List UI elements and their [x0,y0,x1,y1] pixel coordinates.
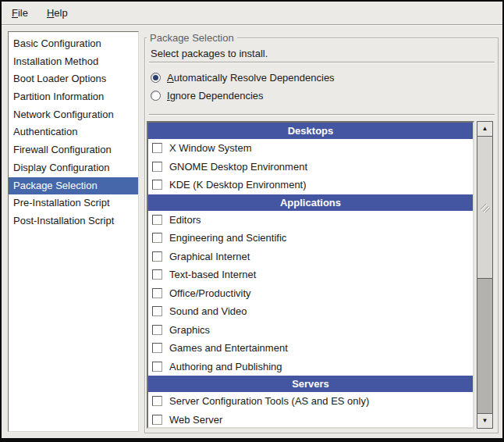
checkbox-graphics[interactable] [152,325,162,335]
package-label: Server Configuration Tools (AS and ES on… [169,395,369,407]
sidebar-item-package-selection[interactable]: Package Selection [9,177,138,195]
frame-title: Package Selection [147,32,237,44]
radio-ignore-label: Ignore Dependencies [167,90,264,102]
menu-bar: File Help [2,2,502,23]
radio-selected-icon[interactable] [151,73,161,83]
sidebar-item-authentication[interactable]: Authentication [9,123,138,141]
radio-ignore-dependencies[interactable]: Ignore Dependencies [151,89,264,102]
scroll-up-button[interactable]: ▲ [477,121,493,137]
package-row[interactable]: Authoring and Publishing [148,358,473,376]
separator [149,62,495,63]
menu-help[interactable]: Help [44,5,71,20]
radio-auto-resolve-dependencies[interactable]: Automatically Resolve Dependencies [151,71,335,84]
sidebar-item-network-configuration[interactable]: Network Configuration [9,106,138,124]
checkbox-authoring-and-publishing[interactable] [152,362,162,372]
package-label: KDE (K Desktop Environment) [169,179,307,191]
package-label: Engineering and Scientific [169,232,286,244]
sidebar-item-installation-method[interactable]: Installation Method [9,53,138,71]
package-label: Editors [169,214,201,226]
checkbox-text-based-internet[interactable] [152,269,162,280]
package-label: Web Server [169,414,222,426]
checkbox-games-and-entertainment[interactable] [152,343,162,353]
radio-auto-mnemonic: A [167,72,174,84]
scroll-down-button[interactable]: ▼ [477,413,493,429]
vertical-scrollbar[interactable]: ▲ ▼ [477,121,493,429]
checkbox-graphical-internet[interactable] [152,251,162,262]
checkbox-x-window-system[interactable] [152,143,162,153]
radio-auto-rest: utomatically Resolve Dependencies [174,72,335,84]
package-row[interactable]: Text-based Internet [148,266,473,284]
package-row[interactable]: Server Configuration Tools (AS and ES on… [148,392,473,411]
menubar-separator [2,24,502,26]
checkbox-office-productivity[interactable] [152,288,162,298]
scrollbar-thumb[interactable] [477,136,493,279]
menu-file[interactable]: File [9,5,31,20]
checkbox-gnome-desktop-environment[interactable] [152,162,162,172]
package-row[interactable]: KDE (K Desktop Environment) [148,176,473,194]
package-label: Office/Productivity [169,287,251,299]
sidebar-item-display-configuration[interactable]: Display Configuration [9,159,138,177]
package-row[interactable]: Graphics [148,321,473,340]
checkbox-kde-desktop-environment[interactable] [152,180,162,190]
checkbox-sound-and-video[interactable] [152,306,162,316]
package-row[interactable]: Web Server [148,411,473,430]
sidebar-item-boot-loader-options[interactable]: Boot Loader Options [9,70,138,88]
menu-file-label: ile [18,7,28,19]
sidebar-item-post-installation-script[interactable]: Post-Installation Script [9,212,138,230]
package-label: Graphics [169,324,210,336]
radio-auto-resolve-label: Automatically Resolve Dependencies [167,72,335,84]
radio-dot-icon [153,75,158,80]
category-header-servers: Servers [148,376,473,392]
package-label: Sound and Video [169,305,247,317]
package-row[interactable]: Sound and Video [148,302,473,321]
down-arrow-icon: ▼ [482,418,488,424]
package-label: Authoring and Publishing [169,361,282,372]
radio-ignore-rest: gnore Dependencies [170,90,264,102]
sidebar-item-basic-configuration[interactable]: Basic Configuration [9,35,138,53]
menu-help-mnemonic: H [47,7,54,19]
up-arrow-icon: ▲ [482,126,488,132]
instruction-text: Select packages to install. [151,48,268,59]
checkbox-editors[interactable] [152,215,162,225]
category-header-desktops: Desktops [148,123,473,139]
category-header-applications: Applications [148,194,473,211]
package-row[interactable]: X Window System [148,139,473,158]
package-row[interactable]: GNOME Desktop Environment [148,158,473,176]
radio-unselected-icon[interactable] [151,91,161,101]
package-label: Text-based Internet [169,269,256,280]
checkbox-web-server[interactable] [152,415,162,425]
menu-help-label: elp [54,7,67,19]
package-row[interactable]: Office/Productivity [148,284,473,303]
package-list: Desktops X Window System GNOME Desktop E… [147,121,474,429]
package-row[interactable]: Editors [148,211,473,230]
package-label: X Window System [169,142,251,154]
section-list: Basic Configuration Installation Method … [8,31,139,432]
package-label: Graphical Internet [169,251,250,262]
checkbox-engineering-and-scientific[interactable] [152,233,162,243]
package-row[interactable]: Games and Entertainment [148,339,473,358]
package-row[interactable]: Graphical Internet [148,248,473,266]
checkbox-server-configuration-tools[interactable] [152,396,162,406]
menu-file-mnemonic: F [12,7,18,19]
package-label: Games and Entertainment [169,342,288,354]
sidebar-item-partition-information[interactable]: Partition Information [9,88,138,106]
separator [149,114,495,116]
kickstart-configurator-window: File Help Basic Configuration Installati… [0,0,504,442]
package-row[interactable]: Engineering and Scientific [148,229,473,248]
package-label: GNOME Desktop Environment [169,161,307,173]
thumb-grip-icon [480,202,491,213]
sidebar-item-firewall-configuration[interactable]: Firewall Configuration [9,141,138,159]
sidebar-item-pre-installation-script[interactable]: Pre-Installation Script [9,194,138,212]
